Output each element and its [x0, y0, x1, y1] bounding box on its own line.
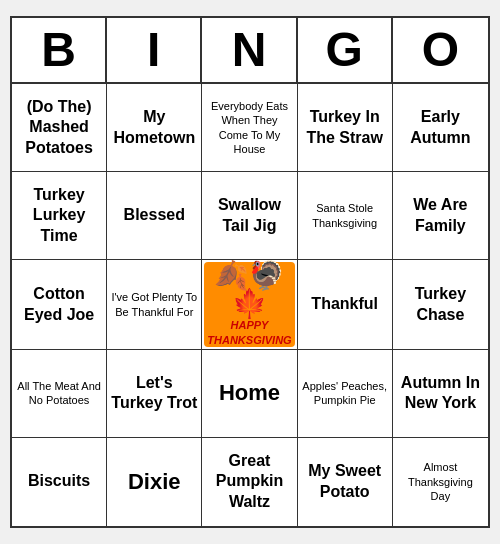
letter-n: N	[202, 18, 297, 82]
letter-o: O	[393, 18, 488, 82]
bingo-cell-r2c2[interactable]: Blessed	[107, 172, 202, 260]
bingo-cell-r5c3[interactable]: Great Pumpkin Waltz	[202, 438, 297, 526]
bingo-cell-r4c5[interactable]: Autumn In New York	[393, 350, 488, 438]
cell-text: Blessed	[124, 205, 185, 226]
cell-text: My Hometown	[111, 107, 197, 149]
cell-text: (Do The) Mashed Potatoes	[16, 97, 102, 159]
cell-text: Early Autumn	[397, 107, 484, 149]
bingo-cell-r4c2[interactable]: Let's Turkey Trot	[107, 350, 202, 438]
letter-b: B	[12, 18, 107, 82]
cell-text: Autumn In New York	[397, 373, 484, 415]
cell-text: Biscuits	[28, 471, 90, 492]
cell-text: I've Got Plenty To Be Thankful For	[111, 290, 197, 319]
cell-text: Great Pumpkin Waltz	[206, 451, 292, 513]
bingo-cell-r3c2[interactable]: I've Got Plenty To Be Thankful For	[107, 260, 202, 350]
cell-text: Apples' Peaches, Pumpkin Pie	[302, 379, 388, 408]
cell-text: We Are Family	[397, 195, 484, 237]
bingo-cell-r4c4[interactable]: Apples' Peaches, Pumpkin Pie	[298, 350, 393, 438]
bingo-cell-r5c1[interactable]: Biscuits	[12, 438, 107, 526]
bingo-cell-r1c2[interactable]: My Hometown	[107, 84, 202, 172]
cell-text: Cotton Eyed Joe	[16, 284, 102, 326]
cell-text: Turkey In The Straw	[302, 107, 388, 149]
cell-text: Santa Stole Thanksgiving	[302, 201, 388, 230]
bingo-cell-r3c1[interactable]: Cotton Eyed Joe	[12, 260, 107, 350]
bingo-cell-r5c4[interactable]: My Sweet Potato	[298, 438, 393, 526]
thanksgiving-decoration: 🍂🦃🍁	[204, 262, 294, 318]
bingo-cell-r1c4[interactable]: Turkey In The Straw	[298, 84, 393, 172]
bingo-cell-r2c1[interactable]: Turkey Lurkey Time	[12, 172, 107, 260]
bingo-header: B I N G O	[12, 18, 488, 84]
bingo-cell-r1c1[interactable]: (Do The) Mashed Potatoes	[12, 84, 107, 172]
cell-text: Turkey Chase	[397, 284, 484, 326]
bingo-cell-r5c5[interactable]: Almost Thanksgiving Day	[393, 438, 488, 526]
cell-text: Turkey Lurkey Time	[16, 185, 102, 247]
bingo-cell-r3c4[interactable]: Thankful	[298, 260, 393, 350]
bingo-cell-r4c3[interactable]: Home	[202, 350, 297, 438]
bingo-cell-r2c5[interactable]: We Are Family	[393, 172, 488, 260]
cell-text: Dixie	[128, 468, 181, 497]
free-space-image: 🍂🦃🍁 HAPPYTHANKSGIVING	[204, 262, 294, 347]
bingo-grid: (Do The) Mashed PotatoesMy HometownEvery…	[12, 84, 488, 526]
cell-text: My Sweet Potato	[302, 461, 388, 503]
bingo-card: B I N G O (Do The) Mashed PotatoesMy Hom…	[10, 16, 490, 528]
bingo-cell-r5c2[interactable]: Dixie	[107, 438, 202, 526]
cell-text: Almost Thanksgiving Day	[397, 460, 484, 503]
bingo-cell-r2c3[interactable]: Swallow Tail Jig	[202, 172, 297, 260]
cell-text: Home	[219, 379, 280, 408]
cell-text: Thankful	[311, 294, 378, 315]
bingo-cell-r3c5[interactable]: Turkey Chase	[393, 260, 488, 350]
letter-i: I	[107, 18, 202, 82]
bingo-cell-r1c3[interactable]: Everybody Eats When They Come To My Hous…	[202, 84, 297, 172]
letter-g: G	[298, 18, 393, 82]
cell-text: Everybody Eats When They Come To My Hous…	[206, 99, 292, 156]
bingo-cell-r4c1[interactable]: All The Meat And No Potatoes	[12, 350, 107, 438]
bingo-cell-r1c5[interactable]: Early Autumn	[393, 84, 488, 172]
free-space-text: HAPPYTHANKSGIVING	[207, 318, 291, 347]
bingo-cell-r2c4[interactable]: Santa Stole Thanksgiving	[298, 172, 393, 260]
cell-text: Swallow Tail Jig	[206, 195, 292, 237]
cell-text: All The Meat And No Potatoes	[16, 379, 102, 408]
bingo-cell-r3c3[interactable]: 🍂🦃🍁 HAPPYTHANKSGIVING	[202, 260, 297, 350]
cell-text: Let's Turkey Trot	[111, 373, 197, 415]
